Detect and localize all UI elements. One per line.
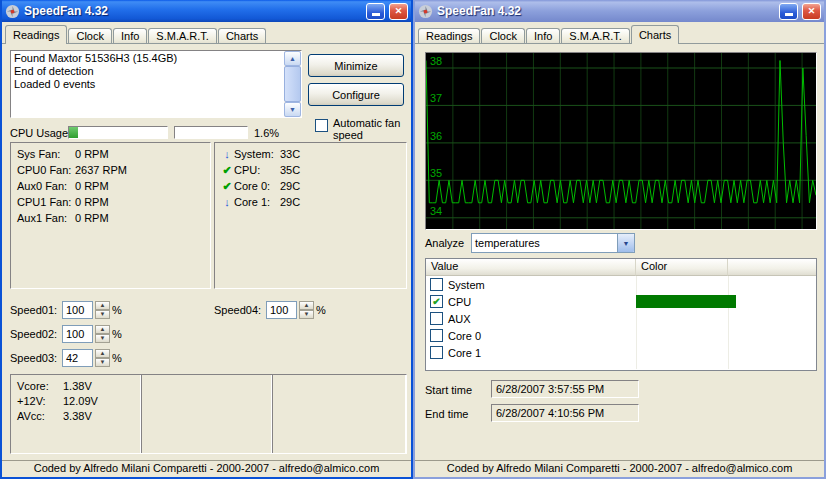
series-checkbox[interactable] (430, 346, 443, 359)
speed01-stepper[interactable]: ▲▼ (95, 301, 110, 319)
speed01-input[interactable]: 100 (62, 301, 93, 319)
spin-up-icon[interactable]: ▲ (95, 301, 110, 310)
spin-up-icon[interactable]: ▲ (299, 301, 314, 310)
tab-readings[interactable]: Readings (5, 25, 67, 44)
speed04-unit: % (316, 304, 326, 316)
table-row[interactable]: Core 0 (426, 327, 816, 344)
column-header-value[interactable]: Value (426, 259, 636, 276)
voltage-row: Vcore:1.38V (17, 379, 135, 394)
minimize-icon (372, 13, 380, 16)
tab-info[interactable]: Info (113, 28, 147, 44)
voltage-value: 3.38V (63, 409, 92, 424)
app-icon (5, 4, 20, 19)
table-row[interactable]: ✔ CPU (426, 293, 816, 310)
fan-label: Sys Fan: (17, 146, 75, 162)
scroll-up-icon[interactable]: ▲ (284, 51, 301, 66)
spin-down-icon[interactable]: ▼ (95, 310, 110, 319)
tab-smart[interactable]: S.M.A.R.T. (561, 28, 630, 44)
speed02-unit: % (112, 328, 122, 340)
temp-value: 33C (280, 146, 300, 162)
fan-value: 0 RPM (75, 194, 109, 210)
series-label: AUX (448, 313, 471, 325)
log-scrollbar[interactable]: ▲ ▼ (284, 51, 301, 117)
speed03-label: Speed03: (10, 352, 60, 364)
close-window-button[interactable]: ✕ (389, 3, 408, 20)
fan-value: 2637 RPM (75, 162, 127, 178)
cpu-usage-bar (68, 126, 168, 139)
svg-text:38: 38 (430, 55, 442, 67)
column-header-filler (728, 259, 816, 276)
start-time-field: 6/28/2007 3:57:55 PM (491, 380, 639, 398)
tabbar: Readings Clock Info S.M.A.R.T. Charts (415, 22, 824, 44)
chevron-down-icon[interactable]: ▼ (617, 234, 634, 252)
tab-info[interactable]: Info (526, 28, 560, 44)
fan-label: CPU1 Fan: (17, 194, 75, 210)
fan-row: CPU1 Fan:0 RPM (17, 194, 204, 210)
tab-readings[interactable]: Readings (418, 28, 480, 44)
series-label: CPU (448, 296, 471, 308)
speed03-unit: % (112, 352, 122, 364)
series-checkbox[interactable] (430, 278, 443, 291)
tab-smart[interactable]: S.M.A.R.T. (148, 28, 217, 44)
speedfan-readings-window: SpeedFan 4.32 ✕ Readings Clock Info S.M.… (0, 0, 413, 479)
speed04-label: Speed04: (214, 304, 264, 316)
cpu-usage-fill (69, 127, 78, 138)
fan-row: Aux0 Fan:0 RPM (17, 178, 204, 194)
series-color-swatch (636, 295, 736, 308)
app-icon (418, 4, 433, 19)
cpu-usage-bar-secondary (174, 126, 248, 139)
speed01-unit: % (112, 304, 122, 316)
speed02-stepper[interactable]: ▲▼ (95, 325, 110, 343)
device-log[interactable]: Found Maxtor 51536H3 (15.4GB) End of det… (10, 50, 302, 118)
series-checkbox[interactable]: ✔ (430, 295, 443, 308)
spin-up-icon[interactable]: ▲ (95, 349, 110, 358)
series-checkbox[interactable] (430, 312, 443, 325)
fan-label: Aux0 Fan: (17, 178, 75, 194)
temp-row: ✔CPU:35C (220, 162, 401, 178)
minimize-icon (785, 13, 793, 16)
automatic-fan-speed-checkbox[interactable] (315, 119, 328, 132)
speed04-stepper[interactable]: ▲▼ (299, 301, 314, 319)
minimize-window-button[interactable] (779, 3, 798, 20)
fan-label: CPU0 Fan: (17, 162, 75, 178)
spin-down-icon[interactable]: ▼ (299, 310, 314, 319)
temp-label: Core 1: (234, 194, 280, 210)
speed02-input[interactable]: 100 (62, 325, 93, 343)
minimize-button[interactable]: Minimize (308, 54, 404, 77)
scroll-down-icon[interactable]: ▼ (284, 102, 301, 117)
tab-clock[interactable]: Clock (68, 28, 112, 44)
tab-clock[interactable]: Clock (481, 28, 525, 44)
tab-charts[interactable]: Charts (218, 28, 266, 44)
configure-button[interactable]: Configure (308, 83, 404, 106)
fan-value: 0 RPM (75, 210, 109, 226)
spin-up-icon[interactable]: ▲ (95, 325, 110, 334)
temp-label: Core 0: (234, 178, 280, 194)
voltage-row: +12V:12.09V (17, 394, 135, 409)
speed03-stepper[interactable]: ▲▼ (95, 349, 110, 367)
minimize-window-button[interactable] (366, 3, 385, 20)
voltage-value: 1.38V (63, 379, 92, 394)
tab-charts[interactable]: Charts (631, 25, 679, 44)
speed03-input[interactable]: 42 (62, 349, 93, 367)
close-window-button[interactable]: ✕ (802, 3, 821, 20)
spin-down-icon[interactable]: ▼ (95, 334, 110, 343)
analyze-dropdown[interactable]: temperatures ▼ (471, 233, 635, 253)
table-row[interactable]: System (426, 276, 816, 293)
speed04-input[interactable]: 100 (266, 301, 297, 319)
column-header-color[interactable]: Color (636, 259, 728, 276)
table-row[interactable]: AUX (426, 310, 816, 327)
table-row[interactable]: Core 1 (426, 344, 816, 361)
titlebar[interactable]: SpeedFan 4.32 ✕ (2, 0, 411, 22)
temp-row: ↓Core 1:29C (220, 194, 401, 210)
series-color-swatch (636, 346, 736, 359)
close-icon: ✕ (395, 6, 403, 16)
series-checkbox[interactable] (430, 329, 443, 342)
spin-down-icon[interactable]: ▼ (95, 358, 110, 367)
window-title: SpeedFan 4.32 (24, 4, 362, 18)
scroll-thumb[interactable] (284, 66, 301, 102)
titlebar[interactable]: SpeedFan 4.32 ✕ (415, 0, 824, 22)
temperature-readings-panel: ↓System:33C ✔CPU:35C ✔Core 0:29C ↓Core 1… (214, 142, 407, 289)
analyze-label: Analyze (425, 237, 464, 249)
fan-label: Aux1 Fan: (17, 210, 75, 226)
tabbar-divider (415, 43, 824, 44)
